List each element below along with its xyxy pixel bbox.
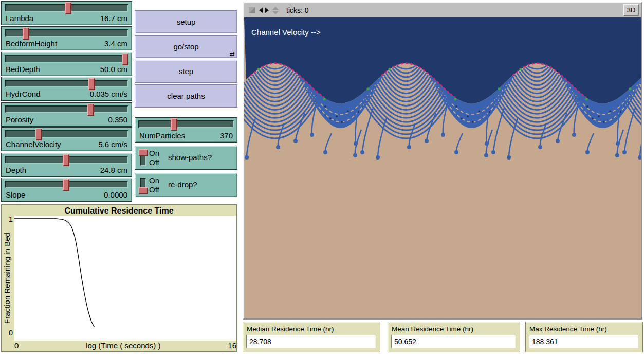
slider-label-row: Depth24.8 cm — [6, 166, 127, 174]
slider-name: ChannelVelocity — [6, 140, 61, 149]
slider-name: Depth — [6, 166, 26, 174]
world-canvas: Channel Velocity --> — [244, 17, 641, 318]
view-toolbar: ticks: 0 3D — [244, 3, 641, 17]
slider-name: Porosity — [6, 115, 33, 124]
view-3d-button[interactable]: 3D — [623, 4, 639, 16]
slider-value: 0.035 cm/s — [90, 90, 127, 98]
plot-title: Cumulative Residence Time — [2, 206, 236, 216]
world-view-widget: ticks: 0 3D Channel Velocity --> — [243, 2, 642, 320]
slider-handle[interactable] — [87, 103, 94, 116]
switch-knob[interactable] — [138, 149, 148, 156]
slider-label-row: Lambda16.7 cm — [6, 14, 127, 23]
world-svg — [244, 17, 641, 318]
slider-ChannelVelocity[interactable]: ChannelVelocity5.6 cm/s — [1, 127, 132, 151]
forever-icon: ⇄ — [230, 51, 235, 57]
slider-Porosity[interactable]: Porosity0.350 — [1, 102, 132, 127]
slider-value: 0.350 — [108, 115, 127, 124]
monitor-2: Max Residence Time (hr)188.361 — [525, 322, 643, 352]
plot-xtick-left: 0 — [14, 341, 19, 350]
slider-Lambda[interactable]: Lambda16.7 cm — [1, 1, 132, 25]
slider-value: 50.0 cm — [100, 65, 127, 74]
slider-name: NumParticles — [139, 131, 185, 140]
plot-canvas — [14, 216, 236, 341]
slider-label-row: HydrCond0.035 cm/s — [6, 90, 127, 98]
view-size-arrows-icon[interactable] — [272, 7, 279, 15]
monitor-1: Mean Residence Time (hr)50.652 — [388, 322, 520, 352]
slider-label-row: ChannelVelocity5.6 cm/s — [6, 140, 127, 149]
slider-HydrCond[interactable]: HydrCond0.035 cm/s — [1, 77, 132, 101]
ticks-counter: ticks: 0 — [286, 6, 309, 14]
slider-value: 24.8 cm — [100, 166, 127, 174]
button-label: clear paths — [167, 92, 205, 100]
switch-label: re-drop? — [168, 180, 197, 189]
slider-label-row: BedDepth50.0 cm — [6, 65, 127, 74]
slider-name: BedDepth — [6, 65, 40, 74]
view-speed-arrows-icon[interactable] — [259, 7, 270, 14]
monitor-label: Median Residence Time (hr) — [247, 325, 334, 333]
view-resize-icon[interactable] — [248, 7, 255, 14]
button-step[interactable]: step — [135, 60, 237, 83]
plot-x-axis-label: log (Time ( seconds) ) — [86, 341, 160, 350]
slider-handle[interactable] — [63, 179, 69, 191]
switch-off-label: Off — [149, 185, 159, 194]
slider-name: BedformHeight — [6, 39, 57, 48]
button-label: setup — [177, 17, 196, 26]
slider-track[interactable] — [5, 80, 128, 87]
slider-track[interactable] — [138, 120, 234, 128]
switch-on-label: On — [149, 175, 159, 185]
slider-value: 370 — [220, 131, 233, 140]
cumulative-residence-time-plot: Cumulative Residence Time 1 0 Fraction R… — [1, 204, 237, 352]
plot-y-axis-label: Fraction Remaining in Bed — [3, 216, 11, 341]
slider-name: HydrCond — [6, 90, 41, 98]
monitor-0: Median Residence Time (hr)28.708 — [243, 322, 380, 352]
plot-xtick-right: 16 — [228, 341, 236, 350]
slider-name: Lambda — [6, 14, 33, 23]
monitor-value: 28.708 — [246, 335, 376, 348]
switch-knob[interactable] — [138, 187, 148, 194]
slider-Depth[interactable]: Depth24.8 cm — [1, 153, 132, 177]
slider-name: Slope — [6, 190, 25, 199]
button-label: step — [179, 67, 193, 76]
slider-track[interactable] — [5, 55, 128, 63]
slider-label-row: NumParticles370 — [139, 131, 233, 140]
button-clear-paths[interactable]: clear paths — [135, 84, 237, 108]
slider-label-row: BedformHeight3.4 cm — [6, 39, 127, 48]
netlogo-model-interface: Lambda16.7 cmBedformHeight3.4 cmBedDepth… — [0, 0, 644, 354]
slider-value: 0.0000 — [104, 190, 127, 199]
slider-handle[interactable] — [88, 78, 95, 90]
slider-label-row: Porosity0.350 — [6, 115, 127, 124]
switch-off-label: Off — [149, 157, 159, 167]
plot-curve-svg — [14, 216, 236, 341]
slider-NumParticles[interactable]: NumParticles370 — [135, 117, 237, 143]
slider-value: 16.7 cm — [100, 14, 127, 23]
slider-BedDepth[interactable]: BedDepth50.0 cm — [1, 52, 132, 76]
slider-value: 3.4 cm — [104, 39, 127, 48]
channel-velocity-label: Channel Velocity --> — [251, 28, 321, 37]
slider-handle[interactable] — [122, 53, 128, 65]
button-setup[interactable]: setup — [135, 10, 237, 33]
monitor-value: 50.652 — [391, 335, 516, 348]
monitor-label: Max Residence Time (hr) — [529, 325, 607, 333]
slider-Slope[interactable]: Slope0.0000 — [1, 178, 132, 202]
slider-handle[interactable] — [63, 154, 69, 166]
slider-handle[interactable] — [23, 27, 29, 40]
monitor-value: 188.361 — [529, 335, 638, 348]
slider-handle[interactable] — [65, 2, 71, 14]
button-label: go/stop — [173, 42, 198, 51]
switch-on-label: On — [149, 148, 159, 158]
switch-re-drop-[interactable]: OnOffre-drop? — [135, 173, 237, 197]
button-go-stop[interactable]: go/stop⇄ — [135, 35, 237, 58]
slider-BedformHeight[interactable]: BedformHeight3.4 cm — [1, 26, 132, 50]
slider-handle[interactable] — [171, 118, 177, 131]
slider-label-row: Slope0.0000 — [6, 190, 127, 199]
slider-track[interactable] — [5, 130, 128, 138]
plot-x-axis-row: 0 log (Time ( seconds) ) 16 — [14, 341, 236, 350]
slider-track[interactable] — [5, 105, 128, 113]
switch-label: show-paths? — [168, 153, 212, 162]
monitor-label: Mean Residence Time (hr) — [392, 325, 473, 333]
switch-show-paths-[interactable]: OnOffshow-paths? — [135, 146, 237, 170]
slider-handle[interactable] — [35, 128, 42, 140]
slider-value: 5.6 cm/s — [98, 140, 127, 149]
